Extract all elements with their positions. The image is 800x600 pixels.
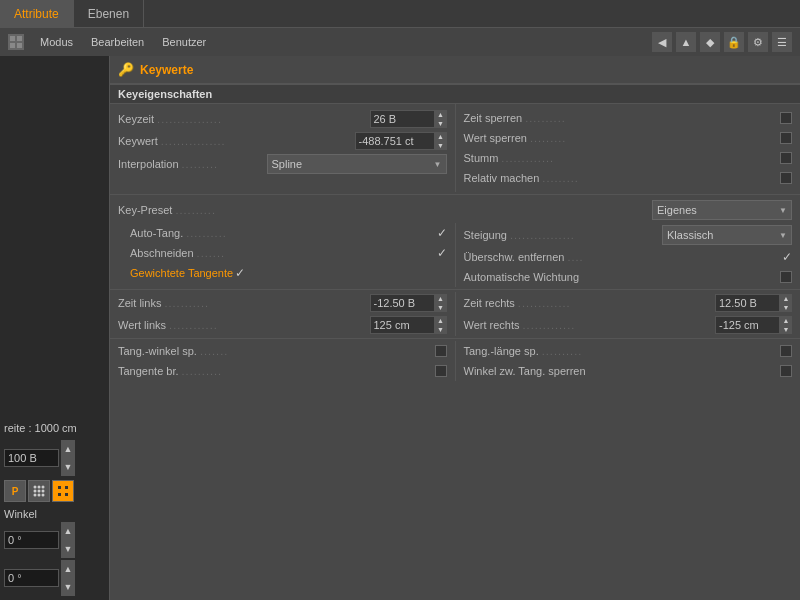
svg-rect-15	[65, 486, 68, 489]
interpolation-row: Interpolation ......... Spline ▼	[110, 152, 455, 176]
zeitrechts-spinbox[interactable]: ▲ ▼	[715, 294, 792, 312]
menu-lock-btn[interactable]: 🔒	[724, 32, 744, 52]
icon-row: P	[4, 480, 105, 502]
steigung-arrow: ▼	[779, 231, 787, 240]
zeitrechts-input[interactable]	[715, 294, 780, 312]
svg-rect-0	[10, 36, 15, 41]
keypreset-dropdown[interactable]: Eigenes ▼	[652, 200, 792, 220]
wertrechts-input[interactable]	[715, 316, 780, 334]
menu-up-btn[interactable]: ▲	[676, 32, 696, 52]
keyzeit-spinbox[interactable]: ▲ ▼	[370, 110, 447, 128]
zeitrechts-up[interactable]: ▲	[780, 294, 792, 303]
zeitlinks-input[interactable]	[370, 294, 435, 312]
menu-bar: Modus Bearbeiten Benutzer ◀ ▲ ◆ 🔒 ⚙ ☰	[0, 28, 800, 56]
menu-bearbeiten[interactable]: Bearbeiten	[83, 33, 152, 51]
winkel1-up[interactable]: ▲	[61, 522, 75, 540]
wertsperren-row: Wert sperren .........	[456, 128, 801, 148]
winkel-spin2[interactable]: ▲ ▼	[4, 560, 105, 596]
autotang-check: ✓	[437, 226, 447, 240]
wertlinks-down[interactable]: ▼	[435, 325, 447, 334]
keyzeit-down[interactable]: ▼	[435, 119, 447, 128]
graph-area: reite : 1000 cm ▲ ▼ P	[0, 56, 110, 600]
keyzeit-row: Keyzeit ................ ▲ ▼	[110, 108, 455, 130]
zeitwert-section: Zeit links ........... ▲ ▼ Wert links ..…	[110, 292, 800, 336]
wertlinks-input[interactable]	[370, 316, 435, 334]
wertlinks-spinbox[interactable]: ▲ ▼	[370, 316, 447, 334]
svg-rect-3	[17, 43, 22, 48]
gewichtete-check: ✓	[235, 266, 245, 280]
zeitrechts-row: Zeit rechts ............. ▲ ▼	[456, 292, 801, 314]
winkelzwtang-checkbox[interactable]	[780, 365, 792, 377]
keyeigenschaften-content: Keyzeit ................ ▲ ▼ Keywert ...…	[110, 104, 800, 192]
wertrechts-row: Wert rechts ............. ▲ ▼	[456, 314, 801, 336]
attr-panel: 🔑 Keywerte Keyeigenschaften Keyzeit ....…	[110, 56, 800, 600]
wertsperren-checkbox[interactable]	[780, 132, 792, 144]
winkel-spin1[interactable]: ▲ ▼	[4, 522, 105, 558]
autowicht-checkbox[interactable]	[780, 271, 792, 283]
svg-point-9	[42, 490, 45, 493]
winkel1-down[interactable]: ▼	[61, 540, 75, 558]
stumm-row: Stumm .............	[456, 148, 801, 168]
winkel2-down[interactable]: ▼	[61, 578, 75, 596]
zeitlinks-row: Zeit links ........... ▲ ▼	[110, 292, 455, 314]
keywert-up[interactable]: ▲	[435, 132, 447, 141]
menu-modus[interactable]: Modus	[32, 33, 81, 51]
zeitlinks-spinbox[interactable]: ▲ ▼	[370, 294, 447, 312]
keyzeit-input[interactable]	[370, 110, 435, 128]
keywert-down[interactable]: ▼	[435, 141, 447, 150]
autotang-row: Auto-Tang. .......... ✓	[110, 223, 455, 243]
winkel-section: Winkel ▲ ▼ ▲ ▼	[4, 508, 105, 596]
winkel-input1[interactable]	[4, 531, 59, 549]
wertlinks-up[interactable]: ▲	[435, 316, 447, 325]
tangwinkel-checkbox[interactable]	[435, 345, 447, 357]
tab-attribute[interactable]: Attribute	[0, 0, 74, 27]
time-spin-down[interactable]: ▼	[61, 458, 75, 476]
menu-back-btn[interactable]: ◀	[652, 32, 672, 52]
winkel2-up[interactable]: ▲	[61, 560, 75, 578]
time-spinbox[interactable]: ▲ ▼	[4, 440, 105, 476]
film-icon-btn[interactable]	[52, 480, 74, 502]
wertrechts-down[interactable]: ▼	[780, 325, 792, 334]
abschneiden-check: ✓	[437, 246, 447, 260]
bottom-controls: reite : 1000 cm ▲ ▼ P	[4, 422, 105, 596]
zeitlinks-up[interactable]: ▲	[435, 294, 447, 303]
menu-grid-icon	[8, 34, 24, 50]
wertrechts-spinbox[interactable]: ▲ ▼	[715, 316, 792, 334]
steigung-dropdown[interactable]: Klassisch ▼	[662, 225, 792, 245]
menu-diamond-btn[interactable]: ◆	[700, 32, 720, 52]
relativ-checkbox[interactable]	[780, 172, 792, 184]
time-spin-input[interactable]	[4, 449, 59, 467]
zeitsperren-row: Zeit sperren ..........	[456, 108, 801, 128]
menu-benutzer[interactable]: Benutzer	[154, 33, 214, 51]
menu-settings-btn[interactable]: ⚙	[748, 32, 768, 52]
svg-point-4	[34, 486, 37, 489]
p-icon-btn[interactable]: P	[4, 480, 26, 502]
main-panel: reite : 1000 cm ▲ ▼ P	[0, 56, 800, 600]
winkel-input2[interactable]	[4, 569, 59, 587]
svg-rect-17	[65, 493, 68, 496]
keywert-spinbox[interactable]: ▲ ▼	[355, 132, 447, 150]
keypreset-arrow: ▼	[779, 206, 787, 215]
keywerte-header: 🔑 Keywerte	[110, 56, 800, 84]
tanglaenge-row: Tang.-länge sp. ..........	[456, 341, 801, 361]
keyeigenschaften-left: Keyzeit ................ ▲ ▼ Keywert ...…	[110, 104, 456, 192]
zeitlinks-down[interactable]: ▼	[435, 303, 447, 312]
tanglaenge-checkbox[interactable]	[780, 345, 792, 357]
tab-ebenen[interactable]: Ebenen	[74, 0, 144, 27]
tangentebr-checkbox[interactable]	[435, 365, 447, 377]
interpolation-dropdown[interactable]: Spline ▼	[267, 154, 447, 174]
time-spin-up[interactable]: ▲	[61, 440, 75, 458]
zeitwert-left: Zeit links ........... ▲ ▼ Wert links ..…	[110, 292, 456, 336]
svg-rect-1	[17, 36, 22, 41]
keyzeit-up[interactable]: ▲	[435, 110, 447, 119]
gewichtete-label: Gewichtete Tangente	[130, 267, 233, 279]
wertrechts-up[interactable]: ▲	[780, 316, 792, 325]
stumm-checkbox[interactable]	[780, 152, 792, 164]
svg-point-11	[38, 494, 41, 497]
menu-list-btn[interactable]: ☰	[772, 32, 792, 52]
zeitrechts-down[interactable]: ▼	[780, 303, 792, 312]
grid-icon-btn[interactable]	[28, 480, 50, 502]
zeitsperren-checkbox[interactable]	[780, 112, 792, 124]
keywert-input[interactable]	[355, 132, 435, 150]
keywert-row: Keywert ................ ▲ ▼	[110, 130, 455, 152]
